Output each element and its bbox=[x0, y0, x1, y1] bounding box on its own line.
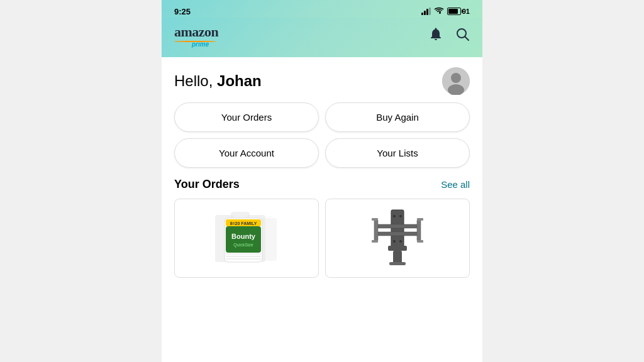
see-all-link[interactable]: See all bbox=[441, 179, 470, 190]
user-name: Johan bbox=[217, 72, 262, 89]
buttons-grid: Your Orders Buy Again Your Account Your … bbox=[162, 102, 482, 178]
svg-rect-33 bbox=[389, 262, 406, 265]
status-time: 9:25 bbox=[174, 7, 191, 16]
svg-rect-30 bbox=[417, 240, 423, 243]
orders-section: Your Orders See all bbox=[162, 178, 482, 278]
svg-rect-28 bbox=[417, 218, 423, 221]
amazon-header: amazon prime bbox=[162, 18, 482, 57]
svg-rect-26 bbox=[417, 219, 421, 241]
bounty-product-image: Bounty QuickSize 8=20 FAMILY bbox=[182, 207, 311, 270]
svg-rect-8 bbox=[261, 218, 277, 261]
svg-rect-27 bbox=[372, 218, 378, 221]
search-icon[interactable] bbox=[455, 26, 470, 45]
battery-icon: 91 bbox=[447, 8, 470, 15]
svg-point-20 bbox=[399, 215, 402, 217]
header-icons bbox=[428, 26, 470, 45]
svg-point-22 bbox=[399, 240, 402, 243]
svg-text:8=20 FAMILY: 8=20 FAMILY bbox=[230, 221, 257, 226]
order-card-tv-mount[interactable] bbox=[325, 199, 470, 278]
wifi-icon bbox=[434, 7, 444, 16]
order-card-bounty[interactable]: Bounty QuickSize 8=20 FAMILY bbox=[174, 199, 319, 278]
quick-action-buttons: Your Orders Buy Again Your Account Your … bbox=[162, 102, 482, 178]
amazon-logo: amazon prime bbox=[174, 24, 218, 48]
your-lists-button[interactable]: Your Lists bbox=[325, 138, 470, 168]
greeting-text: Hello, Johan bbox=[174, 72, 262, 90]
amazon-wordmark: amazon bbox=[174, 24, 218, 40]
svg-rect-32 bbox=[393, 251, 402, 263]
svg-rect-18 bbox=[391, 210, 404, 248]
svg-point-19 bbox=[393, 215, 396, 217]
tv-mount-product-image bbox=[333, 207, 462, 270]
svg-rect-29 bbox=[372, 240, 378, 243]
svg-rect-23 bbox=[375, 224, 419, 228]
orders-title: Your Orders bbox=[174, 178, 240, 191]
orders-header: Your Orders See all bbox=[174, 178, 470, 191]
signal-bars-icon bbox=[421, 8, 431, 15]
svg-point-3 bbox=[451, 73, 461, 83]
your-account-button[interactable]: Your Account bbox=[174, 138, 319, 168]
svg-line-1 bbox=[465, 37, 469, 41]
hello-section: Hello, Johan bbox=[162, 57, 482, 102]
svg-text:Bounty: Bounty bbox=[231, 233, 256, 240]
svg-rect-25 bbox=[374, 219, 378, 241]
status-icons: 91 bbox=[421, 7, 470, 16]
battery-percent: 91 bbox=[462, 8, 470, 15]
user-avatar[interactable] bbox=[442, 67, 470, 95]
your-orders-button[interactable]: Your Orders bbox=[174, 102, 319, 132]
notification-bell-icon[interactable] bbox=[428, 26, 443, 45]
buy-again-button[interactable]: Buy Again bbox=[325, 102, 470, 132]
svg-rect-31 bbox=[388, 246, 407, 251]
status-bar: 9:25 91 bbox=[162, 0, 482, 18]
orders-cards: Bounty QuickSize 8=20 FAMILY bbox=[174, 199, 470, 278]
svg-text:QuickSize: QuickSize bbox=[233, 243, 253, 248]
hello-label: Hello, bbox=[174, 72, 217, 89]
svg-rect-24 bbox=[375, 232, 419, 236]
svg-point-21 bbox=[393, 240, 396, 243]
